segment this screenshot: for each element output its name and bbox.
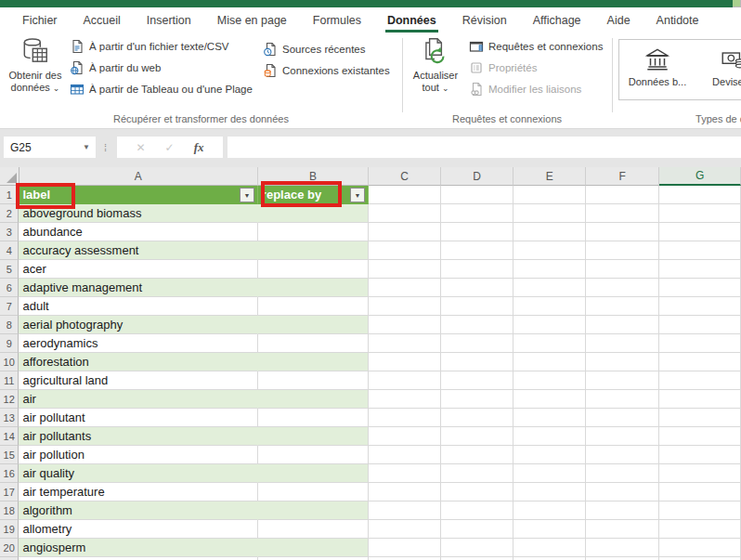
cell-D8[interactable] — [441, 316, 514, 334]
cell-C12[interactable] — [369, 390, 441, 409]
cell-A15[interactable]: air pollution — [19, 446, 257, 464]
cell-D18[interactable] — [441, 501, 514, 520]
cell-G11[interactable] — [659, 371, 741, 390]
cell-E18[interactable] — [514, 501, 586, 520]
cell-E13[interactable] — [514, 409, 586, 427]
cell-E12[interactable] — [514, 390, 586, 409]
cell-F14[interactable] — [586, 427, 659, 446]
cell-E16[interactable] — [514, 464, 586, 483]
from-text-csv-button[interactable]: À partir d'un fichier texte/CSV — [70, 36, 253, 57]
cell-D20[interactable] — [441, 539, 514, 557]
cell-G7[interactable] — [659, 297, 741, 316]
cell-D5[interactable] — [441, 260, 514, 279]
cell-G3[interactable] — [659, 223, 741, 241]
column-header-G[interactable]: G — [659, 167, 741, 186]
cell-C3[interactable] — [369, 223, 441, 241]
row-header-10[interactable]: 10 — [0, 353, 19, 371]
cell-C2[interactable] — [369, 204, 441, 223]
cell-D17[interactable] — [441, 483, 514, 501]
cell-A10[interactable]: afforestation — [19, 353, 257, 371]
tab-fichier[interactable]: Fichier — [9, 7, 71, 33]
cell-E5[interactable] — [514, 260, 586, 279]
cell-B19[interactable] — [258, 520, 369, 539]
row-header-16[interactable]: 16 — [0, 464, 19, 483]
existing-connections-button[interactable]: Connexions existantes — [263, 60, 390, 81]
cell-E15[interactable] — [514, 446, 586, 464]
cell-D2[interactable] — [441, 204, 514, 223]
cell-F9[interactable] — [586, 334, 659, 353]
tab-antidote[interactable]: Antidote — [644, 7, 712, 33]
cell-A3[interactable]: abundance — [19, 223, 257, 241]
cell-A16[interactable]: air quality — [19, 464, 257, 483]
cell-F19[interactable] — [586, 520, 659, 539]
cell-F12[interactable] — [586, 390, 659, 409]
cell-B7[interactable] — [258, 297, 369, 316]
filter-button-A1[interactable]: ▼ — [240, 188, 254, 202]
cell-E2[interactable] — [514, 204, 586, 223]
cell-D4[interactable] — [441, 241, 514, 260]
tab-insertion[interactable]: Insertion — [134, 7, 204, 33]
cell-E11[interactable] — [514, 371, 586, 390]
cell-B20[interactable] — [258, 539, 369, 557]
cell-B17[interactable] — [258, 483, 369, 501]
cell-G20[interactable] — [659, 539, 741, 557]
tab-aide[interactable]: Aide — [594, 7, 644, 33]
cell-G2[interactable] — [659, 204, 741, 223]
cell-A9[interactable]: aerodynamics — [19, 334, 257, 353]
cell-A20[interactable]: angiosperm — [19, 539, 257, 557]
row-header-4[interactable]: 4 — [0, 241, 19, 260]
cell-B15[interactable] — [258, 446, 369, 464]
formula-input[interactable] — [228, 137, 741, 158]
cell-C7[interactable] — [369, 297, 441, 316]
cell-A7[interactable]: adult — [19, 297, 257, 316]
cell-B2[interactable] — [258, 204, 369, 223]
row-header-5[interactable]: 5 — [0, 260, 19, 279]
cell-E3[interactable] — [514, 223, 586, 241]
cell-C11[interactable] — [369, 371, 441, 390]
cell-G13[interactable] — [659, 409, 741, 427]
row-header-12[interactable]: 12 — [0, 390, 19, 409]
row-header-14[interactable]: 14 — [0, 427, 19, 446]
cell-F15[interactable] — [586, 446, 659, 464]
tab-affichage[interactable]: Affichage — [520, 7, 594, 33]
cell-E6[interactable] — [514, 279, 586, 297]
cell-D9[interactable] — [441, 334, 514, 353]
cell-A14[interactable]: air pollutants — [19, 427, 257, 446]
name-box-dropdown-icon[interactable]: ▼ — [83, 143, 90, 151]
cell-B18[interactable] — [258, 501, 369, 520]
cell-G15[interactable] — [659, 446, 741, 464]
cell-A18[interactable]: algorithm — [19, 501, 257, 520]
cell-A12[interactable]: air — [19, 390, 257, 409]
cell-G5[interactable] — [659, 260, 741, 279]
cell-F10[interactable] — [586, 353, 659, 371]
tab-revision[interactable]: Révision — [449, 7, 520, 33]
cell-C9[interactable] — [369, 334, 441, 353]
cell-C18[interactable] — [369, 501, 441, 520]
cell-B11[interactable] — [258, 371, 369, 390]
cell-A11[interactable]: agricultural land — [19, 371, 257, 390]
cell-C15[interactable] — [369, 446, 441, 464]
tab-formules[interactable]: Formules — [300, 7, 374, 33]
cell-F20[interactable] — [586, 539, 659, 557]
cell-D19[interactable] — [441, 520, 514, 539]
column-header-F[interactable]: F — [586, 167, 659, 186]
cell-E7[interactable] — [514, 297, 586, 316]
cell-F6[interactable] — [586, 279, 659, 297]
row-header-19[interactable]: 19 — [0, 520, 19, 539]
cell-G4[interactable] — [659, 241, 741, 260]
cell-D14[interactable] — [441, 427, 514, 446]
cell-G14[interactable] — [659, 427, 741, 446]
cell-F4[interactable] — [586, 241, 659, 260]
cell-D16[interactable] — [441, 464, 514, 483]
cell-G17[interactable] — [659, 483, 741, 501]
from-table-range-button[interactable]: À partir de Tableau ou d'une Plage — [70, 79, 253, 99]
cell-F13[interactable] — [586, 409, 659, 427]
cell-B10[interactable] — [258, 353, 369, 371]
cell-B3[interactable] — [258, 223, 369, 241]
cell-B4[interactable] — [258, 241, 369, 260]
cell-E9[interactable] — [514, 334, 586, 353]
cell-G19[interactable] — [659, 520, 741, 539]
cell-G18[interactable] — [659, 501, 741, 520]
cell-C4[interactable] — [369, 241, 441, 260]
cell-E10[interactable] — [514, 353, 586, 371]
